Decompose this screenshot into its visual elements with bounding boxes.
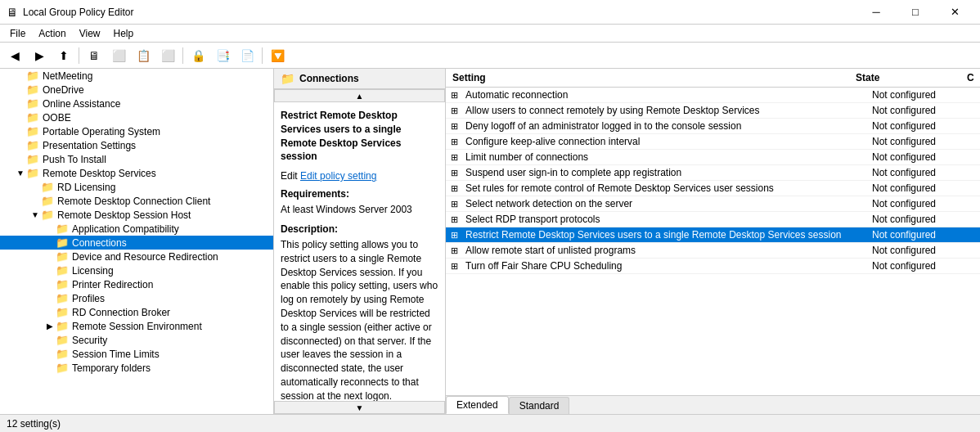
view-button[interactable]: ⬜: [156, 45, 179, 66]
expand-netmeeting[interactable]: [15, 71, 26, 80]
menu-action[interactable]: Action: [32, 26, 72, 41]
policy-button[interactable]: 🔒: [187, 45, 209, 66]
tree-item-rd-connection-broker[interactable]: 📁 RD Connection Broker: [0, 305, 273, 319]
expand-session-time-limits[interactable]: [44, 349, 56, 358]
tree-item-profiles[interactable]: 📁 Profiles: [0, 291, 273, 305]
folder-icon-temporary-folders: 📁: [56, 362, 69, 374]
expand-connections[interactable]: [44, 238, 56, 247]
tree-item-temporary-folders[interactable]: 📁 Temporary folders: [0, 361, 273, 375]
setting-state-rdp-transport: Not configured: [865, 212, 980, 227]
show-hide-button[interactable]: 🖥: [83, 45, 106, 66]
tree-item-licensing[interactable]: 📁 Licensing: [0, 263, 273, 277]
help-button[interactable]: 📑: [211, 45, 234, 66]
maximize-button[interactable]: □: [897, 0, 934, 25]
up-button[interactable]: ⬆: [52, 45, 75, 66]
expand-onedrive[interactable]: [15, 85, 26, 94]
expand-device-redirection[interactable]: [44, 252, 56, 261]
setting-icon-suspend-signin: ⊞: [446, 168, 462, 178]
expand-portable-os[interactable]: [15, 127, 26, 136]
tree-item-online-assistance[interactable]: 📁 Online Assistance: [0, 97, 273, 110]
forward-button[interactable]: ▶: [28, 45, 51, 66]
tab-extended[interactable]: Extended: [446, 396, 509, 414]
tree-item-push-to-install[interactable]: 📁 Push To Install: [0, 152, 273, 166]
tree-panel: 📁 NetMeeting 📁 OneDrive 📁 Online Assista…: [0, 69, 274, 414]
properties-button[interactable]: ⬜: [107, 45, 130, 66]
tree-item-remote-desktop-services[interactable]: ▼ 📁 Remote Desktop Services: [0, 166, 273, 180]
expand-remote-session-env[interactable]: ▶: [44, 322, 56, 331]
menu-file[interactable]: File: [3, 26, 32, 41]
settings-row-allow-connect[interactable]: ⊞ Allow users to connect remotely by usi…: [446, 103, 980, 119]
settings-row-allow-remote-start[interactable]: ⊞ Allow remote start of unlisted program…: [446, 243, 980, 259]
tree-item-session-time-limits[interactable]: 📁 Session Time Limits: [0, 347, 273, 361]
tree-label-push-to-install: Push To Install: [43, 154, 106, 165]
expand-oobe[interactable]: [15, 113, 26, 122]
setting-state-limit-connections: Not configured: [865, 150, 980, 164]
tree-label-connections: Connections: [72, 237, 127, 249]
settings-row-remote-control[interactable]: ⊞ Set rules for remote control of Remote…: [446, 181, 980, 196]
settings-row-network-detection[interactable]: ⊞ Select network detection on the server…: [446, 196, 980, 212]
tree-item-app-compat[interactable]: 📁 Application Compatibility: [0, 222, 273, 236]
tree-label-temporary-folders: Temporary folders: [72, 362, 151, 374]
scroll-up-arrow[interactable]: ▲: [274, 89, 445, 102]
tree-item-rd-licensing[interactable]: 📁 RD Licensing: [0, 180, 273, 194]
expand-rd-connection-broker[interactable]: [44, 308, 56, 317]
settings-row-limit-connections[interactable]: ⊞ Limit number of connections Not config…: [446, 150, 980, 165]
tree-item-remote-session-env[interactable]: ▶ 📁 Remote Session Environment: [0, 319, 273, 333]
tree-label-security: Security: [72, 335, 107, 346]
expand-app-compat[interactable]: [44, 224, 56, 233]
expand-printer-redirection[interactable]: [44, 280, 56, 289]
tree-item-device-redirection[interactable]: 📁 Device and Resource Redirection: [0, 250, 273, 263]
scroll-down-arrow[interactable]: ▼: [274, 401, 445, 414]
tab-standard[interactable]: Standard: [509, 397, 570, 414]
col-setting[interactable]: Setting: [446, 70, 849, 85]
tree-item-oobe[interactable]: 📁 OOBE: [0, 110, 273, 124]
tree-label-remote-session-env: Remote Session Environment: [72, 321, 202, 332]
tree-item-portable-os[interactable]: 📁 Portable Operating System: [0, 124, 273, 138]
requirements-value: At least Windows Server 2003: [281, 203, 438, 217]
settings-row-suspend-signin[interactable]: ⊞ Suspend user sign-in to complete app r…: [446, 165, 980, 181]
expand-profiles[interactable]: [44, 294, 56, 303]
extend-button[interactable]: 📋: [132, 45, 155, 66]
settings-row-auto-reconnect[interactable]: ⊞ Automatic reconnection Not configured: [446, 88, 980, 103]
expand-rdcc[interactable]: [29, 196, 41, 205]
settings-row-keep-alive[interactable]: ⊞ Configure keep-alive connection interv…: [446, 134, 980, 150]
edit-policy-link[interactable]: Edit policy setting: [300, 170, 376, 182]
setting-name-suspend-signin: Suspend user sign-in to complete app reg…: [462, 165, 865, 180]
expand-rd-licensing[interactable]: [29, 182, 41, 191]
menu-help[interactable]: Help: [107, 26, 141, 41]
status-text: 12 setting(s): [7, 418, 61, 430]
expand-rdsh[interactable]: ▼: [29, 210, 41, 219]
expand-security[interactable]: [44, 335, 56, 344]
menu-view[interactable]: View: [73, 26, 107, 41]
tree-item-netmeeting[interactable]: 📁 NetMeeting: [0, 69, 273, 83]
minimize-button[interactable]: ─: [857, 0, 895, 25]
expand-online-assistance[interactable]: [15, 99, 26, 108]
description-panel: 📁 Connections ▲ Restrict Remote Desktop …: [274, 69, 446, 414]
tree-item-printer-redirection[interactable]: 📁 Printer Redirection: [0, 277, 273, 291]
tree-item-connections[interactable]: 📁 Connections: [0, 236, 273, 250]
settings-row-rdp-transport[interactable]: ⊞ Select RDP transport protocols Not con…: [446, 212, 980, 227]
setting-name-allow-remote-start: Allow remote start of unlisted programs: [462, 243, 865, 258]
close-button[interactable]: ✕: [936, 0, 973, 25]
expand-presentation-settings[interactable]: [15, 141, 26, 150]
settings-row-single-session[interactable]: ⊞ Restrict Remote Desktop Services users…: [446, 227, 980, 243]
tree-item-presentation-settings[interactable]: 📁 Presentation Settings: [0, 138, 273, 152]
tree-item-security[interactable]: 📁 Security: [0, 333, 273, 347]
col-state[interactable]: State: [849, 70, 964, 85]
expand-remote-desktop-services[interactable]: ▼: [15, 169, 26, 178]
tree-item-rdcc[interactable]: 📁 Remote Desktop Connection Client: [0, 194, 273, 208]
setting-name-remote-control: Set rules for remote control of Remote D…: [462, 181, 865, 196]
back-button[interactable]: ◀: [3, 45, 26, 66]
filter-button[interactable]: 🔽: [266, 45, 289, 66]
folder-icon-rdcc: 📁: [41, 195, 54, 207]
description-section: Description:: [281, 223, 438, 235]
expand-licensing[interactable]: [44, 266, 56, 275]
expand-push-to-install[interactable]: [15, 155, 26, 164]
new-tab-button[interactable]: 📄: [236, 45, 258, 66]
tree-item-rdsh[interactable]: ▼ 📁 Remote Desktop Session Host: [0, 208, 273, 222]
settings-row-deny-logoff[interactable]: ⊞ Deny logoff of an administrator logged…: [446, 119, 980, 134]
tree-item-onedrive[interactable]: 📁 OneDrive: [0, 83, 273, 97]
settings-panel: Setting State C ⊞ Automatic reconnection…: [446, 69, 980, 414]
expand-temporary-folders[interactable]: [44, 363, 56, 372]
settings-row-fair-share-cpu[interactable]: ⊞ Turn off Fair Share CPU Scheduling Not…: [446, 259, 980, 274]
